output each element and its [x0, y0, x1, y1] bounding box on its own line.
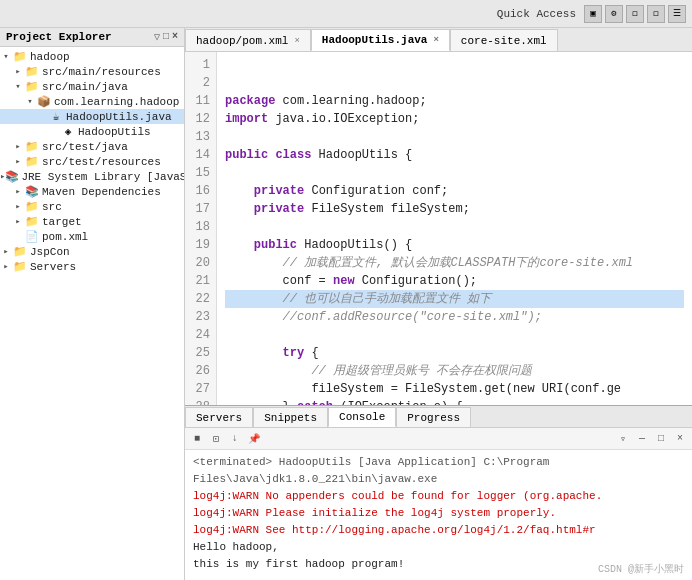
code-line-1: package com.learning.hadoop; — [225, 92, 684, 110]
toolbar-icon-2[interactable]: ⚙ — [605, 5, 623, 23]
code-line-20: // 也可以自己手动加载配置文件 如下 — [225, 290, 684, 308]
tree-label: target — [42, 216, 82, 228]
code-line-15: private FileSystem fileSystem; — [225, 200, 684, 218]
line-number-23: 23 — [191, 308, 210, 326]
tree-item-src-main-java[interactable]: ▾ 📁 src/main/java — [0, 79, 184, 94]
line-number-11: 11 — [191, 92, 210, 110]
console-stop-icon[interactable]: ■ — [189, 431, 205, 447]
tab-bar: hadoop/pom.xml×HadoopUtils.java×core-sit… — [185, 28, 692, 52]
tree-icon: 📁 — [24, 65, 40, 78]
tree-item-target[interactable]: ▸ 📁 target — [0, 214, 184, 229]
toolbar-icon-1[interactable]: ▣ — [584, 5, 602, 23]
tab-close-pom-xml[interactable]: × — [294, 36, 299, 46]
tab-pom-xml[interactable]: hadoop/pom.xml× — [185, 29, 311, 51]
main-layout: Project Explorer ▽ □ × ▾ 📁 hadoop ▸ 📁 sr… — [0, 28, 692, 580]
console-tab-label-servers: Servers — [196, 412, 242, 424]
tree-icon: 📁 — [24, 140, 40, 153]
tree-item-src[interactable]: ▸ 📁 src — [0, 199, 184, 214]
tree-item-src-test-resources[interactable]: ▸ 📁 src/test/resources — [0, 154, 184, 169]
line-number-26: 26 — [191, 362, 210, 380]
console-tab-progress[interactable]: Progress — [396, 407, 471, 427]
tree-item-pom-xml[interactable]: 📄 pom.xml — [0, 229, 184, 244]
line-number-2: 2 — [191, 74, 210, 92]
toolbar-icon-4[interactable]: ◻ — [647, 5, 665, 23]
tree-item-HadoopUtils-class[interactable]: ◈ HadoopUtils — [0, 124, 184, 139]
tree-label: src/test/resources — [42, 156, 161, 168]
tree-icon: 📚 — [5, 170, 19, 183]
console-minimize-icon[interactable]: — — [634, 431, 650, 447]
sidebar-maximize-icon[interactable]: □ — [163, 31, 169, 43]
sidebar-close-icon[interactable]: × — [172, 31, 178, 43]
console-toolbar: ■ ⊡ ↓ 📌 ▿ — □ × — [185, 428, 692, 450]
quick-access-label: Quick Access — [497, 8, 576, 20]
tree-icon: 📁 — [24, 80, 40, 93]
tree-arrow: ▸ — [0, 246, 12, 257]
console-tab-console[interactable]: Console — [328, 407, 396, 427]
console-tab-label-snippets: Snippets — [264, 412, 317, 424]
tree-item-hadoop[interactable]: ▾ 📁 hadoop — [0, 49, 184, 64]
code-line-21: //conf.addResource("core-site.xml"); — [225, 308, 684, 326]
line-numbers: 1211121314151617181920212223242526272829… — [185, 52, 217, 405]
code-line-24: // 用超级管理员账号 不会存在权限问题 — [225, 362, 684, 380]
console-maximize-icon[interactable]: □ — [653, 431, 669, 447]
tree-item-com-learning-hadoop[interactable]: ▾ 📦 com.learning.hadoop — [0, 94, 184, 109]
console-tab-label-console: Console — [339, 411, 385, 423]
toolbar-icon-5[interactable]: ☰ — [668, 5, 686, 23]
top-toolbar: Quick Access ▣ ⚙ ◻ ◻ ☰ — [0, 0, 692, 28]
console-tab-snippets[interactable]: Snippets — [253, 407, 328, 427]
tree-item-Servers[interactable]: ▸ 📁 Servers — [0, 259, 184, 274]
tree-icon: ☕ — [48, 110, 64, 123]
sidebar-header-icons: ▽ □ × — [154, 31, 178, 43]
tree-label: src/main/resources — [42, 66, 161, 78]
line-number-24: 24 — [191, 326, 210, 344]
tree-icon: 📁 — [12, 260, 28, 273]
tree-arrow: ▾ — [12, 81, 24, 92]
tab-label-pom-xml: hadoop/pom.xml — [196, 35, 288, 47]
console-tabs: ServersSnippetsConsoleProgress — [185, 406, 692, 428]
tree-arrow: ▾ — [0, 51, 12, 62]
tree-item-src-main-resources[interactable]: ▸ 📁 src/main/resources — [0, 64, 184, 79]
console-close-icon[interactable]: × — [672, 431, 688, 447]
line-number-25: 25 — [191, 344, 210, 362]
tree-icon: 📦 — [36, 95, 52, 108]
tree-item-JspCon[interactable]: ▸ 📁 JspCon — [0, 244, 184, 259]
code-line-16 — [225, 218, 684, 236]
line-number-17: 17 — [191, 200, 210, 218]
watermark: CSDN @新手小黑时 — [598, 562, 684, 576]
tab-label-HadoopUtils: HadoopUtils.java — [322, 34, 428, 46]
tab-label-core-site: core-site.xml — [461, 35, 547, 47]
tree-item-maven-deps[interactable]: ▸ 📚 Maven Dependencies — [0, 184, 184, 199]
editor-area: hadoop/pom.xml×HadoopUtils.java×core-sit… — [185, 28, 692, 580]
sidebar-title: Project Explorer — [6, 31, 112, 43]
console-clear-icon[interactable]: ⊡ — [208, 431, 224, 447]
tree-label: HadoopUtils — [78, 126, 151, 138]
code-line-19: conf = new Configuration(); — [225, 272, 684, 290]
tree-icon: 📄 — [24, 230, 40, 243]
console-menu-icon[interactable]: ▿ — [615, 431, 631, 447]
sidebar-minimize-icon[interactable]: ▽ — [154, 31, 160, 43]
console-pin-icon[interactable]: 📌 — [246, 431, 262, 447]
line-number-22: 22 — [191, 290, 210, 308]
line-number-14: 14 — [191, 146, 210, 164]
toolbar-icon-3[interactable]: ◻ — [626, 5, 644, 23]
console-scroll-icon[interactable]: ↓ — [227, 431, 243, 447]
tree-label: HadoopUtils.java — [66, 111, 172, 123]
console-tab-servers[interactable]: Servers — [185, 407, 253, 427]
tab-core-site[interactable]: core-site.xml — [450, 29, 558, 51]
tree-arrow: ▸ — [12, 216, 24, 227]
tree-item-src-test-java[interactable]: ▸ 📁 src/test/java — [0, 139, 184, 154]
line-number-21: 21 — [191, 272, 210, 290]
tree-icon: 📁 — [12, 245, 28, 258]
code-line-25: fileSystem = FileSystem.get(new URI(conf… — [225, 380, 684, 398]
code-line-26: } catch (IOException e) { — [225, 398, 684, 405]
editor-content: 1211121314151617181920212223242526272829… — [185, 52, 692, 405]
line-number-12: 12 — [191, 110, 210, 128]
tree-item-JRE-system[interactable]: ▸ 📚 JRE System Library [JavaSE-1. — [0, 169, 184, 184]
tree-item-HadoopUtils-java[interactable]: ☕ HadoopUtils.java — [0, 109, 184, 124]
code-line-22 — [225, 326, 684, 344]
tab-HadoopUtils[interactable]: HadoopUtils.java× — [311, 29, 450, 51]
code-line-18: // 加载配置文件, 默认会加载CLASSPATH下的core-site.xml — [225, 254, 684, 272]
console-terminated-line: <terminated> HadoopUtils [Java Applicati… — [193, 454, 684, 488]
code-area[interactable]: package com.learning.hadoop;import java.… — [217, 52, 692, 405]
tab-close-HadoopUtils[interactable]: × — [433, 35, 438, 45]
